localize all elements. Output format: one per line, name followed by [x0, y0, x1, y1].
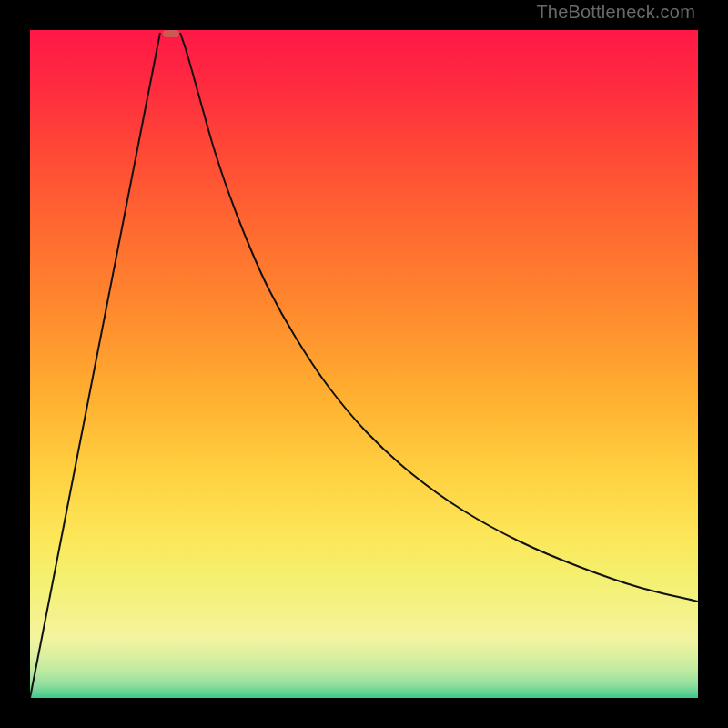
plot-area: [30, 30, 698, 698]
watermark-text: TheBottleneck.com: [536, 2, 695, 23]
background-gradient: [30, 30, 698, 698]
